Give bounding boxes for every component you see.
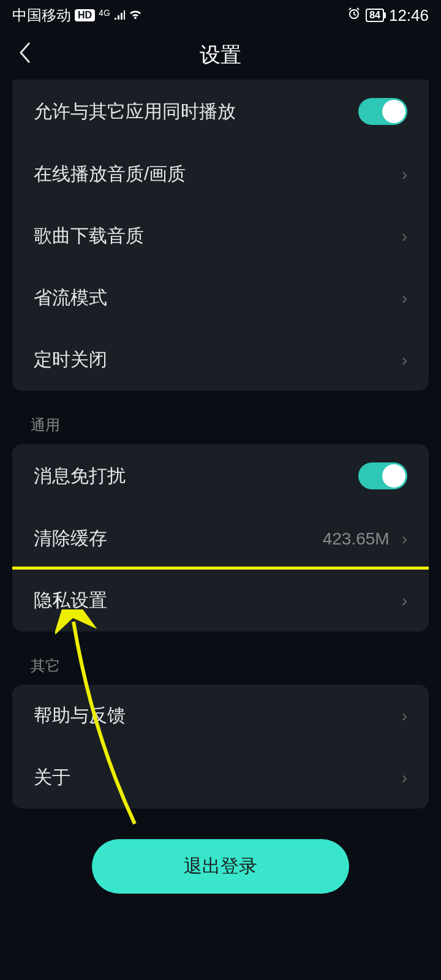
row-label: 消息免打扰: [34, 464, 126, 489]
row-label: 帮助与反馈: [34, 703, 126, 728]
row-label: 定时关闭: [34, 347, 107, 372]
toggle-allow-play[interactable]: [358, 98, 407, 125]
chevron-right-icon: ›: [402, 591, 407, 611]
signal-icon: [114, 7, 125, 24]
status-right: 84 12:46: [347, 6, 429, 25]
logout-button[interactable]: 退出登录: [92, 839, 349, 894]
section-general: 消息免打扰 清除缓存 423.65M › 隐私设置 ›: [12, 444, 429, 631]
row-label: 隐私设置: [34, 588, 107, 613]
chevron-right-icon: ›: [402, 288, 407, 308]
chevron-right-icon: ›: [402, 350, 407, 370]
chevron-right-icon: ›: [402, 165, 407, 184]
chevron-right-icon: ›: [402, 529, 407, 549]
back-button[interactable]: [18, 42, 32, 69]
section-other: 帮助与反馈 › 关于 ›: [12, 685, 429, 809]
row-label: 允许与其它应用同时播放: [34, 99, 236, 124]
row-label: 在线播放音质/画质: [34, 162, 186, 187]
chevron-right-icon: ›: [402, 706, 407, 726]
wifi-icon: [129, 7, 142, 24]
row-privacy-settings[interactable]: 隐私设置 ›: [12, 570, 429, 631]
row-label: 清除缓存: [34, 526, 107, 551]
section-playback: 允许与其它应用同时播放 在线播放音质/画质 › 歌曲下载音质 › 省流模式 › …: [12, 80, 429, 391]
chevron-right-icon: ›: [402, 768, 407, 788]
status-left: 中国移动 HD 4G: [12, 6, 142, 25]
row-help-feedback[interactable]: 帮助与反馈 ›: [12, 685, 429, 747]
row-download-quality[interactable]: 歌曲下载音质 ›: [12, 205, 429, 267]
battery-icon: 84: [366, 9, 384, 22]
section-header-other: 其它: [12, 644, 429, 685]
row-label: 省流模式: [34, 285, 107, 311]
row-dnd[interactable]: 消息免打扰: [12, 444, 429, 508]
row-about[interactable]: 关于 ›: [12, 747, 429, 809]
header-bar: 设置: [0, 31, 441, 80]
row-sleep-timer[interactable]: 定时关闭 ›: [12, 329, 429, 391]
hd-badge: HD: [75, 9, 95, 21]
row-online-quality[interactable]: 在线播放音质/画质 ›: [12, 143, 429, 205]
page-title: 设置: [200, 41, 241, 69]
network-label: 4G: [99, 8, 110, 18]
section-header-general: 通用: [12, 403, 429, 444]
cache-size-value: 423.65M: [323, 529, 390, 549]
status-bar: 中国移动 HD 4G 84 12:46: [0, 0, 441, 31]
row-allow-simultaneous-play[interactable]: 允许与其它应用同时播放: [12, 80, 429, 143]
row-clear-cache[interactable]: 清除缓存 423.65M ›: [12, 508, 429, 570]
row-label: 关于: [34, 765, 70, 790]
highlight-annotation: 隐私设置 ›: [12, 567, 429, 631]
chevron-right-icon: ›: [402, 227, 407, 246]
time-label: 12:46: [389, 6, 429, 25]
carrier-label: 中国移动: [12, 6, 71, 25]
row-data-saver[interactable]: 省流模式 ›: [12, 267, 429, 329]
row-label: 歌曲下载音质: [34, 224, 144, 249]
alarm-icon: [347, 7, 361, 24]
toggle-dnd[interactable]: [358, 462, 407, 489]
